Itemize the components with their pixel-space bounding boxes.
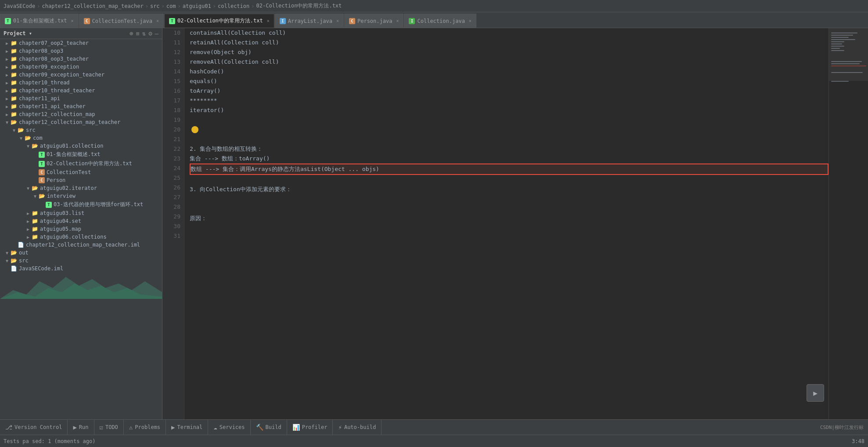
- tree-item-com[interactable]: ▼ 📂 com: [0, 134, 162, 142]
- tree-item-chapter08oop3[interactable]: ▶ 📁 chapter08_oop3: [0, 47, 162, 55]
- tree-item-chapter10tt[interactable]: ▶ 📁 chapter10_thread_teacher: [0, 87, 162, 94]
- breadcrumb-sep: ›: [37, 3, 40, 9]
- sidebar-chart: [0, 273, 162, 299]
- svg-rect-10: [831, 63, 860, 64]
- code-text: 2. 集合与数组的相互转换：: [190, 144, 263, 154]
- tab-label: 01-集合框架概述.txt: [13, 17, 67, 25]
- tree-label: atguigu01.collection: [40, 143, 104, 149]
- tree-label: atguigu05.map: [40, 226, 81, 232]
- tab-close[interactable]: ×: [71, 18, 74, 23]
- breadcrumb-bar: JavaSECode › chapter12_collection_map_te…: [0, 0, 868, 12]
- tree-item-file01txt[interactable]: ▶ T 01-集合框架概述.txt: [0, 150, 162, 159]
- tree-item-chapter12cm[interactable]: ▶ 📁 chapter12_collection_map: [0, 110, 162, 118]
- sidebar-icon-list[interactable]: ≡: [136, 30, 139, 37]
- breadcrumb-part[interactable]: com: [166, 3, 176, 9]
- folder-icon: 📁: [11, 80, 17, 86]
- tab-close[interactable]: ×: [469, 18, 472, 23]
- breadcrumb-part[interactable]: atguigu01: [183, 3, 211, 9]
- tree-item-chapter10t[interactable]: ▶ 📁 chapter10_thread: [0, 79, 162, 87]
- code-editor[interactable]: containsAll(Collection coll) retainAll(C…: [184, 28, 828, 419]
- tree-item-atguigu01[interactable]: ▼ 📂 atguigu01.collection: [0, 142, 162, 150]
- tree-item-atguigu03[interactable]: ▶ 📁 atguigu03.list: [0, 209, 162, 217]
- tab-label: CollectionTest.java: [92, 18, 152, 24]
- breadcrumb-part[interactable]: JavaSECode: [4, 3, 35, 9]
- tree-item-person[interactable]: ▶ C Person: [0, 176, 162, 184]
- folder-icon: 📁: [11, 111, 17, 117]
- breadcrumb-part[interactable]: collection: [218, 3, 249, 9]
- tab-close[interactable]: ×: [156, 18, 159, 23]
- profiler-button[interactable]: 📊 Profiler: [287, 420, 333, 435]
- code-line-11: retainAll(Collection coll): [190, 38, 828, 47]
- arrow-icon: ▶: [4, 73, 11, 77]
- tab-bar: T 01-集合框架概述.txt × C CollectionTest.java …: [0, 12, 868, 28]
- tree-item-collectiontest[interactable]: ▶ C CollectionTest: [0, 168, 162, 176]
- folder-icon: 📁: [11, 48, 17, 54]
- svg-rect-5: [831, 44, 842, 44]
- tab-icon-java-blue: I: [280, 18, 286, 24]
- tree-item-chapter09exc[interactable]: ▶ 📁 chapter09_exception: [0, 63, 162, 71]
- arrow-icon: ▶: [25, 211, 32, 216]
- tree-item-atguigu04[interactable]: ▶ 📁 atguigu04.set: [0, 217, 162, 225]
- tree-item-chapter11api[interactable]: ▶ 📁 chapter11_api: [0, 94, 162, 102]
- tab-arraylist[interactable]: I ArrayList.java ×: [275, 14, 344, 28]
- tree-item-file02txt[interactable]: ▶ T 02-Collection中的常用方法.txt: [0, 159, 162, 168]
- tree-item-javase-iml[interactable]: ▶ 📄 JavaSECode.iml: [0, 265, 162, 273]
- tree-item-atguigu02[interactable]: ▼ 📂 atguigu02.iterator: [0, 184, 162, 192]
- tree-item-atguigu05[interactable]: ▶ 📁 atguigu05.map: [0, 225, 162, 233]
- file-badge-txt3: T: [46, 202, 52, 208]
- tab-close[interactable]: ×: [267, 18, 270, 23]
- arrow-icon: ▶: [4, 41, 11, 46]
- auto-build-icon: ⚡: [338, 424, 342, 431]
- tab-label: Collection.java: [417, 18, 465, 24]
- play-button-floating[interactable]: ▶: [807, 384, 824, 402]
- tab-person[interactable]: C Person.java ×: [344, 14, 404, 28]
- services-button[interactable]: ☁ Services: [208, 420, 250, 435]
- tree-item-chapter09exct[interactable]: ▶ 📁 chapter09_exception_teacher: [0, 71, 162, 79]
- code-line-21: [190, 134, 828, 144]
- tab-02-txt[interactable]: T 02-Collection中的常用方法.txt ×: [164, 14, 274, 28]
- tree-item-interview[interactable]: ▼ 📂 interview: [0, 192, 162, 200]
- problems-label: Problems: [135, 424, 160, 430]
- build-icon: 🔨: [256, 424, 263, 431]
- tab-collection[interactable]: I Collection.java ×: [404, 14, 476, 28]
- tree-item-chapter07[interactable]: ▶ 📁 chapter07_oop2_teacher: [0, 39, 162, 47]
- folder-icon: 📁: [32, 218, 38, 224]
- time-display: 3:48: [852, 438, 864, 444]
- breadcrumb-part[interactable]: src: [150, 3, 160, 9]
- tree-label: chapter08_oop3_teacher: [19, 56, 89, 62]
- arrow-icon: ▶: [4, 104, 11, 109]
- build-button[interactable]: 🔨 Build: [251, 420, 287, 435]
- tree-item-src2[interactable]: ▼ 📂 src: [0, 257, 162, 265]
- profiler-icon: 📊: [292, 424, 300, 431]
- tree-item-file03txt[interactable]: ▶ T 03-迭代器的使用与增强for循环.txt: [0, 200, 162, 209]
- tree-item-out[interactable]: ▼ 📂 out: [0, 249, 162, 257]
- sidebar-icon-globe[interactable]: ⊕: [130, 30, 133, 37]
- tree-item-iml[interactable]: ▶ 📄 chapter12_collection_map_teacher.iml: [0, 241, 162, 249]
- tab-01-txt[interactable]: T 01-集合框架概述.txt ×: [0, 14, 79, 28]
- code-line-24-highlighted: 数组 ---> 集合：调用Arrays的静态方法asList(Object ..…: [190, 164, 828, 175]
- tree-item-atguigu06[interactable]: ▶ 📁 atguigu06.collections: [0, 233, 162, 241]
- tree-item-chapter11apit[interactable]: ▶ 📁 chapter11_api_teacher: [0, 102, 162, 110]
- arrow-expanded-icon: ▼: [18, 136, 25, 141]
- terminal-button[interactable]: ▶ Terminal: [166, 420, 208, 435]
- tree-item-src[interactable]: ▼ 📂 src: [0, 126, 162, 134]
- version-control-button[interactable]: ⎇ Version Control: [0, 420, 68, 435]
- code-line-27: [190, 194, 828, 204]
- tree-label: 01-集合框架概述.txt: [47, 151, 101, 158]
- todo-button[interactable]: ☑ TODO: [94, 420, 124, 435]
- breadcrumb-part[interactable]: chapter12_collection_map_teacher: [42, 3, 143, 9]
- tab-collectiontest[interactable]: C CollectionTest.java ×: [79, 14, 164, 28]
- auto-build-button[interactable]: ⚡ Auto-build: [333, 420, 382, 435]
- sidebar-icons: ⊕ ≡ ⇅ ⚙ —: [130, 30, 158, 37]
- problems-button[interactable]: ⚠ Problems: [124, 420, 166, 435]
- sidebar-icon-sort[interactable]: ⇅: [142, 30, 146, 37]
- sidebar-icon-settings[interactable]: ⚙: [148, 30, 152, 37]
- sidebar-icon-minimize[interactable]: —: [155, 30, 158, 37]
- tab-close[interactable]: ×: [396, 18, 399, 23]
- tree-item-chapter12cmt[interactable]: ▼ 📂 chapter12_collection_map_teacher: [0, 118, 162, 126]
- svg-rect-11: [831, 65, 866, 66]
- run-button[interactable]: ▶ Run: [68, 420, 94, 435]
- breadcrumb-part[interactable]: 02-Collection中的常用方法.txt: [256, 2, 342, 10]
- tab-close[interactable]: ×: [336, 18, 339, 23]
- tree-item-chapter08oop3t[interactable]: ▶ 📁 chapter08_oop3_teacher: [0, 55, 162, 63]
